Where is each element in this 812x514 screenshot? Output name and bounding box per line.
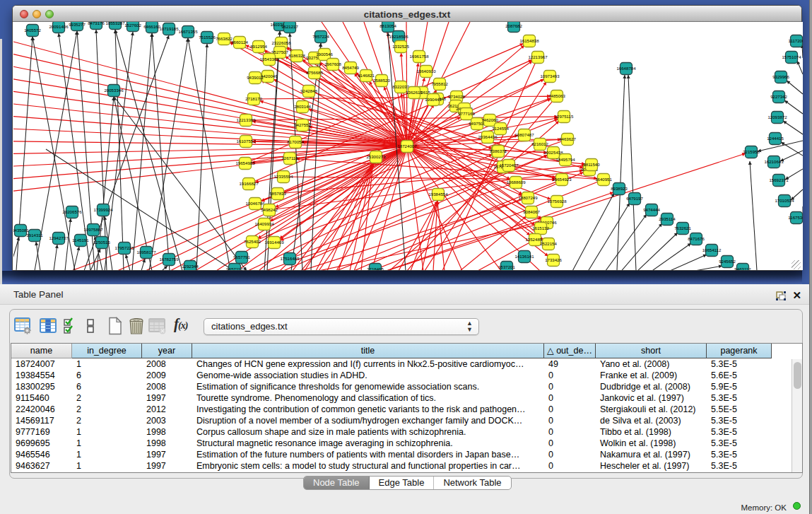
svg-text:7955812: 7955812	[431, 81, 448, 86]
svg-text:20053346: 20053346	[104, 88, 124, 93]
svg-text:1527602: 1527602	[124, 23, 141, 28]
svg-text:1250515: 1250515	[93, 240, 110, 245]
svg-text:1332525: 1332525	[392, 44, 409, 49]
svg-text:25300273: 25300273	[366, 154, 386, 159]
svg-text:2087682: 2087682	[505, 23, 522, 28]
svg-text:14136141: 14136141	[514, 254, 534, 259]
svg-text:16671355: 16671355	[178, 29, 198, 34]
svg-text:1145191: 1145191	[72, 238, 89, 243]
svg-text:19654985: 19654985	[235, 160, 255, 165]
svg-text:12213369: 12213369	[236, 117, 256, 122]
svg-text:10958177: 10958177	[136, 250, 156, 255]
svg-text:8660124: 8660124	[231, 40, 248, 45]
svg-text:8938923: 8938923	[611, 186, 628, 191]
svg-text:8322037: 8322037	[392, 84, 409, 89]
svg-text:15692371: 15692371	[769, 177, 789, 182]
svg-text:9227342: 9227342	[770, 94, 787, 99]
svg-text:12213967: 12213967	[528, 54, 548, 59]
svg-text:3718465: 3718465	[367, 267, 384, 270]
svg-text:1292344: 1292344	[182, 264, 199, 269]
svg-text:10973493: 10973493	[540, 74, 560, 78]
svg-text:10553287: 10553287	[105, 22, 125, 25]
svg-text:1362615: 1362615	[406, 90, 423, 95]
svg-text:2588520: 2588520	[373, 78, 390, 83]
svg-text:2967608: 2967608	[324, 62, 341, 66]
svg-text:18495794: 18495794	[555, 157, 575, 162]
svg-text:8186328: 8186328	[288, 53, 305, 58]
svg-text:15751074: 15751074	[782, 54, 801, 59]
svg-text:10807487: 10807487	[514, 132, 534, 137]
svg-text:17957225: 17957225	[114, 245, 134, 250]
svg-text:9084067: 9084067	[523, 209, 540, 214]
svg-text:19218506: 19218506	[389, 34, 408, 39]
svg-text:5498242: 5498242	[261, 207, 278, 212]
svg-text:2935114: 2935114	[659, 216, 676, 221]
svg-text:2522154: 2522154	[540, 241, 557, 246]
svg-text:9146821: 9146821	[358, 73, 375, 78]
svg-text:15720407: 15720407	[499, 163, 519, 168]
svg-text:18724007: 18724007	[397, 144, 417, 148]
svg-text:12942737: 12942737	[49, 235, 69, 240]
svg-text:9657112: 9657112	[226, 267, 243, 270]
svg-text:1640951: 1640951	[595, 177, 612, 182]
svg-text:9811540: 9811540	[583, 162, 600, 167]
svg-text:8471676: 8471676	[688, 236, 705, 241]
svg-text:6466160: 6466160	[143, 24, 160, 29]
svg-text:10654112: 10654112	[702, 247, 722, 252]
svg-text:19384554: 19384554	[428, 192, 448, 197]
svg-text:7663822: 7663822	[216, 36, 233, 41]
svg-text:10975887: 10975887	[83, 227, 103, 232]
svg-text:9463627: 9463627	[559, 136, 576, 141]
svg-text:1733426: 1733426	[545, 257, 562, 262]
svg-text:16409934: 16409934	[254, 221, 274, 226]
svg-text:1900546: 1900546	[316, 52, 333, 57]
svg-text:2718170: 2718170	[245, 96, 262, 101]
svg-text:16154838: 16154838	[519, 38, 539, 43]
svg-text:8454749: 8454749	[342, 65, 359, 70]
svg-text:17399924: 17399924	[93, 207, 113, 212]
svg-text:9537201: 9537201	[498, 264, 515, 269]
svg-text:19166827: 19166827	[239, 181, 259, 186]
svg-text:8912954: 8912954	[250, 44, 267, 49]
svg-text:7386372: 7386372	[490, 148, 507, 153]
svg-text:16107552: 16107552	[236, 139, 256, 144]
svg-text:6216012: 6216012	[531, 141, 548, 146]
svg-text:7632621: 7632621	[674, 226, 691, 230]
svg-text:17516485: 17516485	[280, 256, 300, 261]
svg-text:12975115: 12975115	[555, 114, 574, 119]
svg-text:3267110: 3267110	[281, 156, 298, 160]
svg-text:10719185: 10719185	[159, 26, 179, 31]
svg-text:1405572: 1405572	[24, 28, 41, 33]
svg-text:6479197: 6479197	[626, 196, 643, 201]
svg-text:8756685: 8756685	[306, 70, 323, 75]
svg-text:3124554: 3124554	[492, 126, 509, 131]
svg-text:20206576: 20206576	[62, 209, 82, 214]
svg-text:9777169: 9777169	[458, 111, 475, 116]
svg-text:16648784: 16648784	[616, 66, 636, 71]
svg-text:10046786: 10046786	[245, 201, 265, 206]
svg-text:7857224: 7857224	[312, 34, 329, 39]
svg-text:10756928: 10756928	[547, 199, 567, 204]
svg-text:9621217: 9621217	[281, 24, 298, 29]
svg-text:8170054: 8170054	[287, 139, 304, 144]
svg-text:8813054: 8813054	[379, 23, 396, 28]
svg-text:19654923: 19654923	[552, 177, 572, 182]
svg-text:8473176: 8473176	[88, 22, 105, 25]
svg-text:12335594: 12335594	[273, 174, 293, 179]
svg-text:7625402: 7625402	[244, 239, 261, 244]
svg-text:9474444: 9474444	[643, 207, 660, 212]
svg-text:18807249: 18807249	[518, 195, 538, 200]
svg-text:12093872: 12093872	[767, 115, 787, 119]
svg-text:1990443: 1990443	[425, 97, 442, 102]
svg-text:5857833: 5857833	[269, 191, 286, 196]
svg-text:9463112: 9463112	[734, 267, 751, 270]
svg-text:9935277: 9935277	[69, 22, 86, 27]
svg-text:9242848: 9242848	[300, 88, 317, 93]
svg-text:2803144: 2803144	[294, 104, 311, 109]
svg-text:7515526: 7515526	[199, 35, 216, 40]
svg-text:13640910: 13640910	[416, 69, 436, 74]
svg-text:23226058: 23226058	[271, 40, 291, 45]
svg-text:20091406: 20091406	[49, 24, 69, 29]
svg-text:9329966: 9329966	[772, 74, 789, 79]
svg-text:9734028: 9734028	[448, 94, 465, 99]
